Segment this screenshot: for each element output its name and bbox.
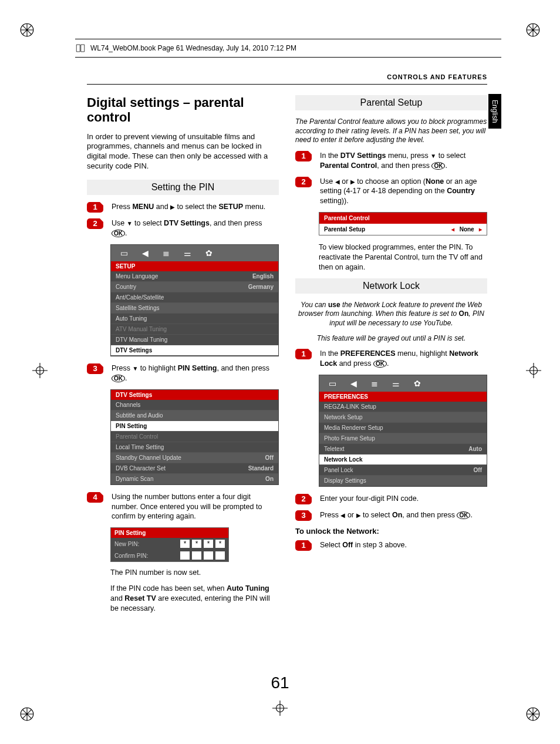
step-number-icon: 1: [295, 540, 312, 551]
sliders-tab-icon: ⚌: [392, 379, 400, 388]
step-number-icon: 1: [295, 349, 312, 359]
italic-intro: You can use the Network Lock feature to …: [295, 301, 487, 328]
down-arrow-icon: ▼: [127, 220, 133, 227]
step-number-icon: 1: [87, 202, 103, 213]
step-number-icon: 1: [295, 151, 312, 161]
registration-icon: [32, 363, 48, 381]
printer-header-text: WL74_WebOM.book Page 61 Wednesday, July …: [90, 44, 296, 52]
step-1: 1 Press MENU and ▶ to select the SETUP m…: [87, 202, 279, 213]
osd-dtv-menu: DTV Settings Channels Subtitle and Audio…: [110, 389, 279, 485]
step-number-icon: 2: [87, 218, 103, 229]
step-number-icon: 2: [295, 177, 312, 187]
page-number: 61: [0, 674, 560, 692]
right-arrow-icon: ▶: [170, 204, 175, 210]
step-3: 3 Press ▼ to highlight PIN Setting, and …: [87, 363, 279, 383]
step-number-icon: 3: [87, 363, 103, 374]
registration-icon: [526, 363, 541, 381]
list-tab-icon: ≣: [371, 379, 378, 388]
italic-note: This feature will be grayed out until a …: [295, 334, 487, 344]
osd-header: DTV Settings: [111, 390, 278, 400]
page-title: Digital settings – parental control: [87, 95, 279, 125]
network-step-1: 1 In the PREFERENCES menu, highlight Net…: [295, 349, 487, 369]
list-tab-icon: ≣: [163, 248, 170, 258]
step-4: 4 Using the number buttons enter a four …: [87, 492, 279, 522]
sound-tab-icon: ◀: [350, 379, 357, 388]
step-2: 2 Use ▼ to select DTV Settings, and then…: [87, 218, 279, 238]
down-arrow-icon: ▼: [430, 153, 436, 159]
left-arrow-icon: ◀: [335, 179, 340, 185]
ok-button-icon: OK: [431, 162, 445, 170]
right-arrow-icon: ▶: [350, 179, 355, 185]
osd-preferences-menu: ▭ ◀ ≣ ⚌ ✿ PREFERENCES REGZA-LINK Setup N…: [319, 375, 487, 487]
step-number-icon: 2: [295, 494, 312, 504]
note-text: To view blocked programmes, enter the PI…: [319, 243, 487, 272]
ok-button-icon: OK: [373, 360, 387, 368]
osd-header: SETUP: [111, 261, 278, 271]
unlock-heading: To unlock the Network:: [295, 527, 487, 536]
step-number-icon: 3: [295, 510, 312, 521]
osd-pin-setting: PIN Setting New PIN: **** Confirm PIN:: [110, 527, 229, 562]
right-arrow-icon: ▶: [356, 512, 361, 519]
network-step-3: 3 Press ◀ or ▶ to select On, and then pr…: [295, 510, 487, 521]
osd-header: PREFERENCES: [319, 392, 487, 402]
left-column: Digital settings – parental control In o…: [87, 95, 279, 620]
crop-mark-icon: [19, 22, 35, 38]
picture-tab-icon: ▭: [329, 379, 336, 388]
step-number-icon: 4: [87, 492, 103, 503]
crop-mark-icon: [525, 22, 541, 38]
unlock-step-1: 1 Select Off in step 3 above.: [295, 540, 487, 551]
network-step-2: 2 Enter your four-digit PIN code.: [295, 494, 487, 504]
gear-tab-icon: ✿: [414, 379, 421, 388]
registration-icon: [272, 701, 288, 718]
section-heading-pin: Setting the PIN: [87, 180, 279, 195]
ok-button-icon: OK: [112, 375, 125, 382]
left-arrow-icon: ◂: [451, 226, 454, 233]
sound-tab-icon: ◀: [142, 248, 149, 258]
osd-parental-control: Parental Control Parental Setup ◂ None ▸: [319, 212, 487, 235]
right-arrow-icon: ▸: [479, 226, 482, 233]
note-text: The PIN number is now set.: [110, 568, 279, 578]
right-column: Parental Setup The Parental Control feat…: [295, 95, 487, 620]
sliders-tab-icon: ⚌: [184, 248, 191, 258]
note-text: If the PIN code has been set, when Auto …: [110, 584, 279, 614]
section-heading-parental: Parental Setup: [295, 95, 487, 110]
crop-mark-icon: [19, 706, 35, 722]
gear-tab-icon: ✿: [205, 248, 212, 258]
running-head: CONTROLS AND FEATURES: [87, 73, 487, 85]
section-heading-network-lock: Network Lock: [295, 278, 487, 294]
picture-tab-icon: ▭: [120, 248, 128, 258]
language-tab: English: [488, 94, 501, 129]
italic-intro: The Parental Control feature allows you …: [295, 117, 487, 145]
parental-step-1: 1 In the DTV Settings menu, press ▼ to s…: [295, 151, 487, 171]
osd-setup-menu: ▭ ◀ ≣ ⚌ ✿ SETUP Menu LanguageEnglish Cou…: [110, 244, 279, 356]
crop-mark-icon: [525, 706, 541, 722]
intro-text: In order to prevent viewing of unsuitabl…: [87, 132, 279, 172]
down-arrow-icon: ▼: [132, 365, 138, 372]
parental-step-2: 2 Use ◀ or ▶ to choose an option (None o…: [295, 177, 487, 207]
book-icon: [75, 43, 86, 53]
printer-header: WL74_WebOM.book Page 61 Wednesday, July …: [75, 39, 501, 58]
ok-button-icon: OK: [112, 230, 125, 237]
ok-button-icon: OK: [457, 511, 470, 519]
